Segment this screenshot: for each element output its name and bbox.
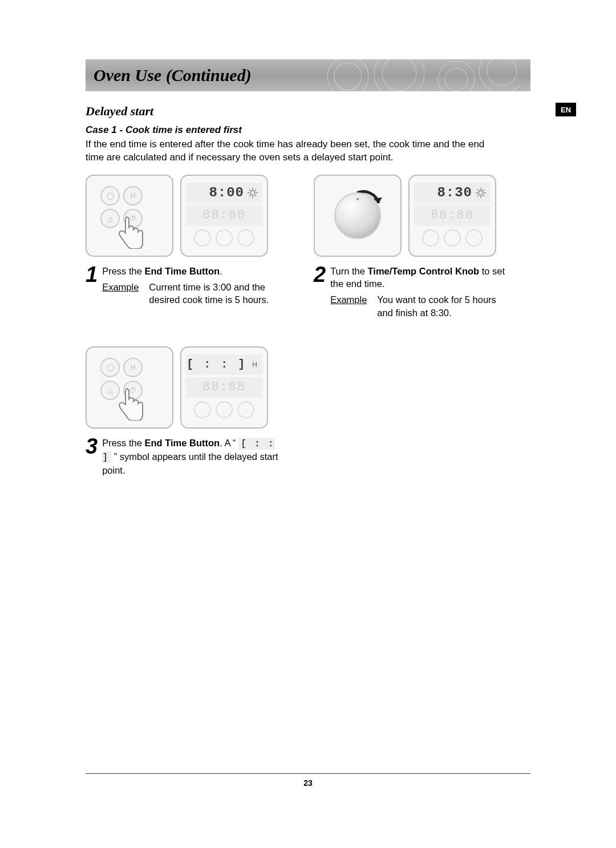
step-3: ◯ H △ ⏱ [ : : ] H 88:88 (86, 346, 279, 477)
step-number: 1 (86, 265, 100, 306)
svg-line-25 (477, 195, 479, 196)
svg-line-14 (255, 195, 256, 196)
step-1-text: Press the End Time Button. Example Curre… (102, 265, 279, 306)
svg-line-16 (255, 189, 256, 191)
svg-point-5 (445, 68, 468, 91)
display-panel: 8:00 88:88 (180, 175, 268, 257)
svg-line-26 (483, 189, 484, 191)
display-value: 8:00 (209, 185, 244, 200)
page-number: 23 (303, 778, 313, 788)
intro-paragraph: If the end time is entered after the coo… (86, 138, 496, 164)
svg-line-13 (249, 189, 250, 191)
svg-point-1 (334, 63, 362, 90)
banner-decor (314, 59, 519, 91)
example-label: Example (330, 293, 367, 319)
svg-point-6 (479, 59, 519, 91)
example-label: Example (102, 281, 139, 306)
svg-line-24 (483, 195, 484, 196)
display-panel: 8:30 88:88 (408, 175, 496, 257)
display-dim: 88:88 (186, 377, 262, 398)
control-panel-buttons: ◯ H △ ⏱ (86, 175, 173, 257)
display-panel: [ : : ] H 88:88 (180, 346, 268, 429)
end-time-button-icon: H (123, 186, 143, 205)
clock-sun-icon (248, 188, 258, 198)
section-banner: Oven Use (Continued) (86, 59, 530, 91)
steps-container: ◯ H △ ⏱ 8:00 (86, 175, 530, 477)
example-text: You want to cook for 5 hours and finish … (377, 293, 508, 319)
svg-point-2 (374, 59, 424, 91)
subsection-heading: Delayed start (86, 104, 530, 119)
step-2-text: Turn the Time/Temp Control Knob to set t… (330, 265, 508, 319)
control-knob-icon (334, 192, 381, 239)
control-panel-buttons: ◯ H △ ⏱ (86, 346, 173, 429)
display-bottom-row (414, 228, 491, 248)
display-dim: 88:88 (414, 205, 491, 226)
step-3-text: Press the End Time Button. A “ [ : : ] ”… (102, 437, 279, 477)
svg-point-7 (487, 59, 517, 86)
hand-press-icon (116, 211, 146, 251)
display-bottom-row (186, 400, 262, 419)
svg-point-0 (327, 59, 368, 91)
display-readout: 8:30 (414, 183, 491, 203)
example-text: Current time is 3:00 and the desired coo… (149, 281, 279, 306)
svg-point-3 (382, 59, 416, 91)
step-1: ◯ H △ ⏱ 8:00 (86, 175, 279, 319)
end-marker-icon: H (252, 361, 257, 369)
case-title: Case 1 - Cook time is entered first (86, 124, 530, 136)
svg-line-15 (249, 195, 250, 196)
step-1-illustration: ◯ H △ ⏱ 8:00 (86, 175, 279, 257)
step-number: 3 (86, 437, 100, 477)
clock-sun-icon (476, 188, 486, 198)
step-2-illustration: 8:30 88:88 (314, 175, 508, 257)
svg-point-8 (250, 191, 255, 195)
end-time-button-icon: H (123, 358, 143, 377)
knob-panel (314, 175, 402, 257)
step-3-illustration: ◯ H △ ⏱ [ : : ] H 88:88 (86, 346, 279, 429)
svg-line-23 (477, 189, 479, 191)
page-content: Oven Use (Continued) EN Delayed start Ca… (86, 59, 530, 477)
display-bottom-row (186, 228, 262, 248)
svg-point-18 (479, 191, 483, 195)
hand-press-icon (116, 383, 146, 423)
banner-title: Oven Use (Continued) (94, 66, 252, 85)
svg-point-4 (438, 61, 475, 91)
language-badge: EN (556, 103, 576, 116)
page-footer: 23 (86, 773, 530, 788)
display-readout: 8:00 (186, 183, 262, 203)
circle-button-icon: ◯ (100, 358, 120, 377)
display-dim: 88:88 (186, 205, 262, 226)
display-value: [ : : ] (187, 358, 246, 371)
display-readout: [ : : ] H (186, 354, 262, 375)
step-2: 8:30 88:88 2 (314, 175, 508, 319)
circle-button-icon: ◯ (100, 186, 120, 205)
display-value: 8:30 (437, 185, 472, 200)
step-number: 2 (314, 265, 328, 319)
